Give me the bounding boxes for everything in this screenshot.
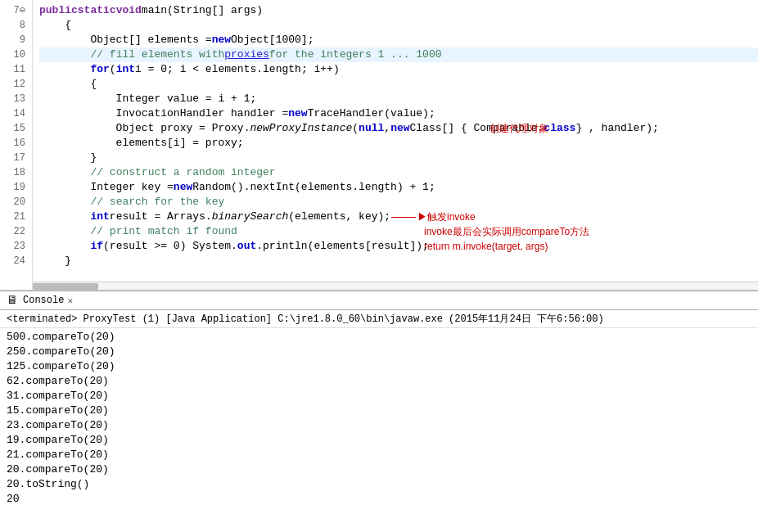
line-num-8: 8 — [3, 18, 25, 33]
code-line-23: if (result >= 0) System.out.println(elem… — [39, 239, 758, 254]
line-num-13: 13 — [3, 92, 25, 106]
line-num-14: 14 — [3, 106, 25, 121]
code-line-7: public static void main(String[] args) — [39, 3, 758, 18]
output-line-10: 20.compareTo(20) — [7, 462, 751, 477]
output-line-5: 31.compareTo(20) — [7, 389, 751, 404]
annotation-invoke-trigger: ▶触发invoke — [391, 210, 476, 224]
code-line-9: Object[] elements = new Object[1000]; — [39, 33, 758, 47]
line-num-17: 17 — [3, 151, 25, 165]
code-line-18: // construct a random integer — [39, 165, 758, 180]
horizontal-scrollbar[interactable] — [33, 282, 758, 290]
output-line-6: 15.compareTo(20) — [7, 404, 751, 418]
line-num-16: 16 — [3, 136, 25, 151]
line-num-10: 10 — [3, 47, 25, 62]
line-num-19: 19 — [3, 180, 25, 195]
console-close-icon[interactable]: ✕ — [67, 295, 73, 306]
code-line-19: Integer key = new Random().nextInt(eleme… — [39, 180, 758, 195]
code-line-8: { — [39, 18, 758, 33]
line-num-23: 23 — [3, 239, 25, 254]
line-num-21: 21 — [3, 210, 25, 224]
console-header: 🖥 Console ✕ — [0, 291, 758, 310]
output-line-11: 20.toString() — [7, 477, 751, 492]
code-line-16: elements[i] = proxy; — [39, 136, 758, 151]
line-numbers: 7⊖ 8 9 10 11 12 13 14 15 16 17 18 19 20 … — [0, 0, 33, 290]
output-line-9: 21.compareTo(20) — [7, 448, 751, 462]
line-num-24: 24 — [3, 254, 25, 268]
code-line-10: // fill elements with proxies for the in… — [39, 47, 758, 62]
console-terminated-text: <terminated> ProxyTest (1) [Java Applica… — [0, 310, 758, 328]
code-line-14: InvocationHandler handler = new TraceHan… — [39, 106, 758, 121]
console-panel: 🖥 Console ✕ <terminated> ProxyTest (1) [… — [0, 291, 758, 532]
scrollbar-thumb[interactable] — [33, 283, 98, 290]
output-line-1: 500.compareTo(20) — [7, 330, 751, 345]
code-line-24: } — [39, 254, 758, 268]
code-line-15: Object proxy = Proxy.newProxyInstance(nu… — [39, 121, 758, 136]
code-line-20: // search for the key — [39, 195, 758, 210]
output-line-8: 19.compareTo(20) — [7, 433, 751, 448]
code-line-22: // print match if found — [39, 224, 758, 239]
console-output[interactable]: 500.compareTo(20) 250.compareTo(20) 125.… — [0, 328, 758, 532]
code-editor: 7⊖ 8 9 10 11 12 13 14 15 16 17 18 19 20 … — [0, 0, 758, 291]
console-tab-label: Console — [23, 295, 64, 306]
annotation-create-proxy: 创建代理对象 — [490, 121, 548, 136]
code-line-13: Integer value = i + 1; — [39, 92, 758, 106]
output-line-12: 20 — [7, 492, 751, 507]
output-line-3: 125.compareTo(20) — [7, 359, 751, 374]
code-line-21: int result = Arrays.binarySearch(element… — [39, 210, 758, 224]
line-num-22: 22 — [3, 224, 25, 239]
console-tab[interactable]: Console ✕ — [23, 295, 73, 306]
output-line-7: 23.compareTo(20) — [7, 418, 751, 433]
line-num-7: 7⊖ — [3, 3, 25, 18]
line-num-9: 9 — [3, 33, 25, 47]
code-content[interactable]: public static void main(String[] args) {… — [33, 0, 758, 290]
line-num-12: 12 — [3, 77, 25, 92]
line-num-15: 15 — [3, 121, 25, 136]
line-num-18: 18 — [3, 165, 25, 180]
console-icon: 🖥 — [7, 294, 18, 307]
code-line-11: for (int i = 0; i < elements.length; i++… — [39, 62, 758, 77]
output-line-2: 250.compareTo(20) — [7, 345, 751, 359]
line-num-11: 11 — [3, 62, 25, 77]
code-line-17: } — [39, 151, 758, 165]
code-line-12: { — [39, 77, 758, 92]
line-num-20: 20 — [3, 195, 25, 210]
output-line-4: 62.compareTo(20) — [7, 374, 751, 389]
